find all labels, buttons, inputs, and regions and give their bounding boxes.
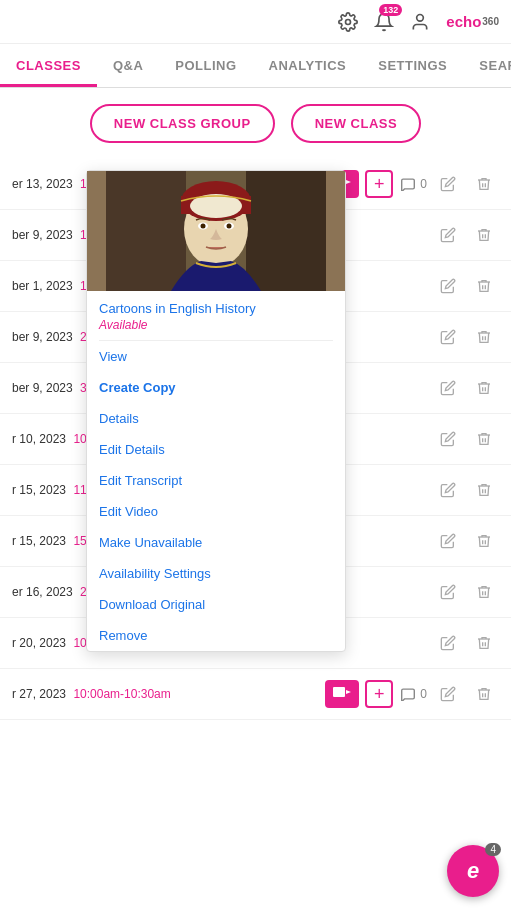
delete-button[interactable] [469,169,499,199]
delete-button[interactable] [469,475,499,505]
tab-search[interactable]: SEARCH [463,44,511,87]
svg-rect-8 [246,171,326,291]
row-actions: + 0 [325,169,499,199]
media-button[interactable] [325,680,359,708]
new-class-group-button[interactable]: NEW CLASS GROUP [90,104,275,143]
delete-button[interactable] [469,424,499,454]
tab-qa[interactable]: Q&A [97,44,159,87]
notification-icon[interactable]: 132 [370,8,398,36]
menu-item-remove[interactable]: Remove [87,620,345,651]
echo-logo: echo 360 [446,13,499,30]
fab-badge: 4 [485,843,501,856]
delete-button[interactable] [469,679,499,709]
comment-count: 0 [420,687,427,701]
delete-button[interactable] [469,373,499,403]
edit-button[interactable] [433,475,463,505]
svg-point-16 [227,224,232,229]
tab-classes[interactable]: CLASSES [0,44,97,87]
menu-item-edit-transcript[interactable]: Edit Transcript [87,465,345,496]
add-content-button[interactable]: + [365,680,393,708]
delete-button[interactable] [469,526,499,556]
menu-item-edit-video[interactable]: Edit Video [87,496,345,527]
svg-point-0 [346,19,351,24]
menu-item-download-original[interactable]: Download Original [87,589,345,620]
edit-button[interactable] [433,322,463,352]
table-row: r 27, 2023 10:00am-10:30am + 0 [0,669,511,720]
delete-button[interactable] [469,322,499,352]
nav-tabs: CLASSES Q&A POLLING ANALYTICS SETTINGS S… [0,44,511,88]
edit-button[interactable] [433,220,463,250]
comment-count: 0 [420,177,427,191]
edit-button[interactable] [433,628,463,658]
tab-polling[interactable]: POLLING [159,44,252,87]
class-time: 10:00am-10:30am [73,687,170,701]
row-actions [433,373,499,403]
menu-item-availability-settings[interactable]: Availability Settings [87,558,345,589]
row-actions: + 0 [325,679,499,709]
delete-button[interactable] [469,577,499,607]
dropdown-title: Cartoons in English History [87,291,345,318]
dropdown-popup: Cartoons in English History Available Vi… [86,170,346,652]
dropdown-status: Available [87,318,345,340]
svg-point-15 [201,224,206,229]
tab-settings[interactable]: SETTINGS [362,44,463,87]
row-actions [433,526,499,556]
row-actions [433,577,499,607]
edit-button[interactable] [433,169,463,199]
delete-button[interactable] [469,220,499,250]
comments-button[interactable]: 0 [399,687,427,701]
delete-button[interactable] [469,271,499,301]
header: 132 echo 360 [0,0,511,44]
settings-icon[interactable] [334,8,362,36]
edit-button[interactable] [433,526,463,556]
comments-button[interactable]: 0 [399,177,427,191]
row-actions [433,271,499,301]
header-icons: 132 echo 360 [334,8,499,36]
row-actions [433,220,499,250]
row-actions [433,475,499,505]
edit-button[interactable] [433,271,463,301]
new-class-button[interactable]: NEW CLASS [291,104,422,143]
class-date: r 27, 2023 10:00am-10:30am [12,687,325,701]
notification-badge: 132 [379,4,402,16]
row-actions [433,322,499,352]
menu-item-details[interactable]: Details [87,403,345,434]
svg-rect-4 [333,687,345,697]
echo-fab-button[interactable]: e 4 [447,845,499,897]
dropdown-image [87,171,345,291]
class-time: 10 [73,432,86,446]
svg-point-1 [417,14,424,21]
edit-button[interactable] [433,577,463,607]
menu-item-make-unavailable[interactable]: Make Unavailable [87,527,345,558]
delete-button[interactable] [469,628,499,658]
menu-item-edit-details[interactable]: Edit Details [87,434,345,465]
row-actions [433,628,499,658]
edit-button[interactable] [433,679,463,709]
svg-marker-5 [346,690,351,694]
svg-marker-3 [346,180,351,184]
action-row: NEW CLASS GROUP NEW CLASS [0,88,511,159]
edit-button[interactable] [433,424,463,454]
svg-rect-7 [106,171,186,291]
menu-item-view[interactable]: View [87,341,345,372]
user-icon[interactable] [406,8,434,36]
edit-button[interactable] [433,373,463,403]
add-content-button[interactable]: + [365,170,393,198]
menu-item-create-copy[interactable]: Create Copy [87,372,345,403]
tab-analytics[interactable]: ANALYTICS [253,44,363,87]
class-time: 15 [73,534,86,548]
row-actions [433,424,499,454]
